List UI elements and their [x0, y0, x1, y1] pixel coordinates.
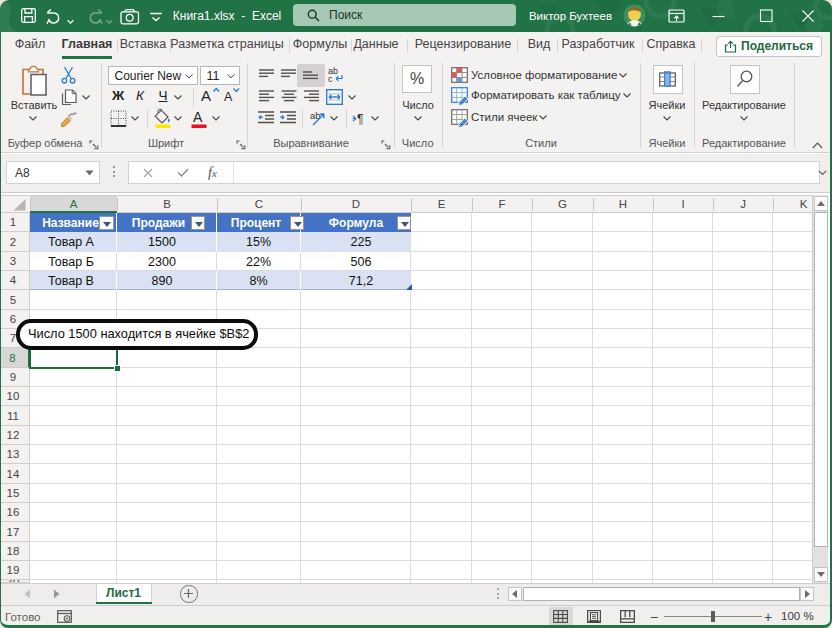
svg-text:¶: ¶: [357, 112, 363, 126]
svg-text:А: А: [193, 109, 203, 125]
svg-text:А: А: [224, 90, 233, 104]
svg-text:А: А: [201, 87, 211, 104]
svg-text:c: c: [328, 74, 333, 84]
